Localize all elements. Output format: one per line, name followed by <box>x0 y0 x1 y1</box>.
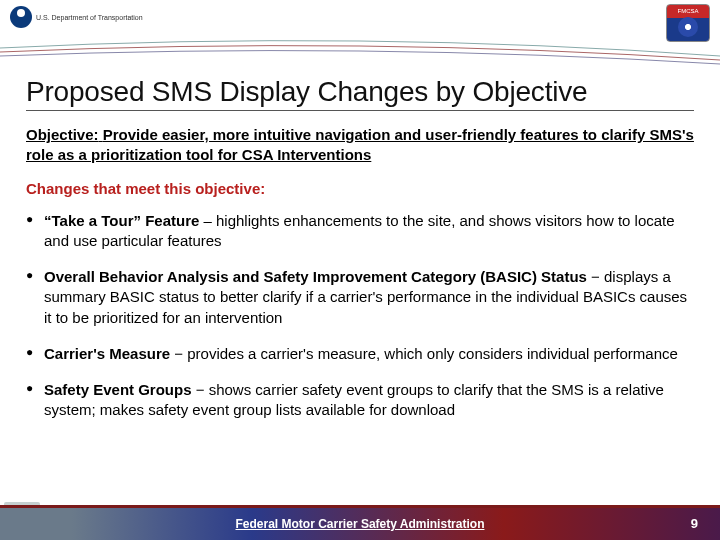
bullet-bold: Safety Event Groups <box>44 381 192 398</box>
bullet-bold: “Take a Tour” Feature <box>44 212 199 229</box>
list-item: “Take a Tour” Feature – highlights enhan… <box>26 211 694 252</box>
dot-label: U.S. Department of Transportation <box>36 14 143 21</box>
content: Proposed SMS Display Changes by Objectiv… <box>0 76 720 421</box>
bullet-list: “Take a Tour” Feature – highlights enhan… <box>26 211 694 421</box>
page-title: Proposed SMS Display Changes by Objectiv… <box>26 76 694 108</box>
title-rule <box>26 110 694 111</box>
header: U.S. Department of Transportation FMCSA <box>0 0 720 56</box>
changes-label: Changes that meet this objective: <box>26 180 694 197</box>
objective-line: Objective: Provide easier, more intuitiv… <box>26 125 694 166</box>
swoosh-decor <box>0 36 720 66</box>
footer-org: Federal Motor Carrier Safety Administrat… <box>0 508 720 540</box>
objective-text: Provide easier, more intuitive navigatio… <box>26 126 694 163</box>
list-item: Safety Event Groups − shows carrier safe… <box>26 380 694 421</box>
page-number: 9 <box>691 508 698 540</box>
bullet-bold: Carrier's Measure <box>44 345 170 362</box>
fmcsa-label: FMCSA <box>667 5 709 15</box>
bullet-rest: − provides a carrier's measure, which on… <box>170 345 678 362</box>
objective-label: Objective: <box>26 126 99 143</box>
dot-logo: U.S. Department of Transportation <box>10 6 143 28</box>
list-item: Overall Behavior Analysis and Safety Imp… <box>26 267 694 328</box>
shield-icon <box>678 17 698 37</box>
bullet-bold: Overall Behavior Analysis and Safety Imp… <box>44 268 587 285</box>
footer: Federal Motor Carrier Safety Administrat… <box>0 508 720 540</box>
dot-circle-icon <box>10 6 32 28</box>
list-item: Carrier's Measure − provides a carrier's… <box>26 344 694 364</box>
